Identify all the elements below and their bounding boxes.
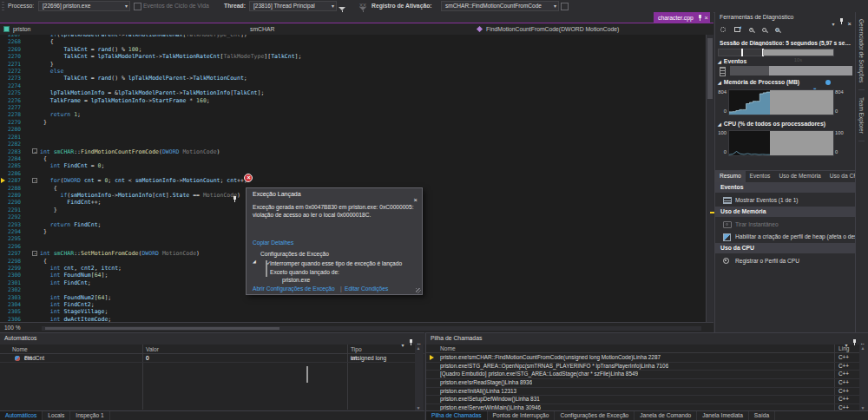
gutter[interactable]: [0, 155, 8, 162]
gutter[interactable]: [0, 104, 8, 111]
gutter[interactable]: [0, 89, 8, 96]
open-exception-settings-link[interactable]: Abrir Configurações de Exceção: [253, 285, 335, 292]
gutter[interactable]: [0, 316, 8, 322]
tab-sa-da[interactable]: Saída: [749, 411, 775, 420]
side-tab-team-explorer[interactable]: Team Explorer: [858, 90, 865, 141]
call-stack-scrollbar[interactable]: ▲ ▼: [859, 345, 868, 411]
gutter[interactable]: [0, 38, 8, 45]
nav-project-dropdown[interactable]: priston: [0, 23, 237, 35]
code-line[interactable]: 2274: [0, 82, 706, 89]
gutter[interactable]: [0, 141, 8, 148]
gutter[interactable]: [0, 119, 8, 126]
code-line[interactable]: 2270 TalkCnt = lpTalkModelParent->TalkMo…: [0, 53, 706, 60]
code-line[interactable]: 2284 {: [0, 155, 706, 162]
reset-view-icon[interactable]: [775, 28, 779, 32]
tab-pontos-de-interrup-o[interactable]: Pontos de Interrupção: [488, 411, 556, 420]
column-header-value[interactable]: Valor: [146, 346, 159, 352]
gutter[interactable]: [0, 162, 8, 169]
memory-section-header[interactable]: Memória de Processo (MB): [718, 79, 799, 85]
diag-tab-resumo[interactable]: Resumo: [715, 171, 746, 182]
edit-conditions-link[interactable]: Editar Condições: [345, 285, 388, 292]
window-menu-icon[interactable]: [402, 335, 404, 351]
gutter[interactable]: [0, 46, 8, 53]
events-track[interactable]: [730, 66, 852, 75]
fold-collapse-icon[interactable]: [32, 251, 37, 256]
tab-locais[interactable]: Locais: [43, 411, 70, 420]
show-events-link[interactable]: Mostrar Eventos (1 de 1): [715, 194, 856, 206]
enable-heap-profiling-link[interactable]: Habilitar a criação de perfil de heap (a…: [715, 231, 856, 242]
exception-icon[interactable]: [244, 174, 253, 182]
gutter[interactable]: [0, 279, 8, 286]
timeline-selection[interactable]: 10s: [763, 49, 833, 56]
diag-tab-eventos[interactable]: Eventos: [746, 171, 775, 182]
gutter[interactable]: [0, 221, 8, 228]
column-header-name[interactable]: Nome: [440, 345, 456, 351]
gutter[interactable]: [0, 75, 8, 82]
column-header-type[interactable]: Tipo: [351, 346, 362, 352]
thread-dropdown[interactable]: [23816] Thread Principal: [249, 1, 337, 11]
resize-grip[interactable]: [416, 288, 421, 293]
gutter[interactable]: [0, 170, 8, 177]
hex-display-button[interactable]: XX: [359, 3, 366, 8]
code-line[interactable]: 2279 }: [0, 119, 706, 126]
gutter[interactable]: [0, 243, 8, 250]
gutter[interactable]: [0, 185, 8, 192]
gutter[interactable]: [0, 126, 8, 133]
toolbar-options-icon[interactable]: [561, 3, 569, 10]
gutter[interactable]: [0, 199, 8, 206]
code-line[interactable]: 2272 else: [0, 68, 706, 75]
code-line[interactable]: 2282: [0, 141, 706, 148]
record-cpu-profile-link[interactable]: Registrar o Perfil da CPU: [715, 255, 856, 266]
zoom-out-icon[interactable]: [762, 28, 766, 32]
editor-vertical-scrollbar[interactable]: [706, 35, 713, 322]
code-line[interactable]: 2276 TalkFrame = lpTalkMotionInfo->Start…: [0, 97, 706, 104]
code-line[interactable]: 2271 }: [0, 61, 706, 68]
toolbar-drag-handle[interactable]: [2, 2, 4, 10]
variable-value[interactable]: 0: [146, 354, 149, 362]
code-line[interactable]: 2278 return 1;: [0, 111, 706, 118]
pin-icon[interactable]: [839, 18, 844, 25]
tab-janela-imediata[interactable]: Janela Imediata: [697, 411, 749, 420]
gutter[interactable]: [0, 97, 8, 104]
code-line[interactable]: 2286: [0, 170, 706, 177]
exception-settings-header[interactable]: Configurações de Exceção: [260, 251, 329, 257]
code-line[interactable]: 2305 int StageVillage;: [0, 308, 706, 315]
code-line[interactable]: 2275 lpTalkMotionInfo = &lpTalkModelPare…: [0, 89, 706, 96]
expander-icon[interactable]: [253, 251, 256, 266]
gutter[interactable]: [0, 258, 8, 265]
events-section-header[interactable]: Eventos: [718, 58, 746, 64]
gutter[interactable]: [0, 228, 8, 235]
column-header-name[interactable]: Nome: [12, 346, 28, 352]
gutter[interactable]: [0, 148, 8, 155]
tab-janela-de-comando[interactable]: Janela de Comando: [635, 411, 697, 420]
code-line[interactable]: 2306 int dwActItemCode;: [0, 316, 706, 322]
code-line[interactable]: 2277: [0, 104, 706, 111]
gutter[interactable]: [0, 134, 8, 141]
gutter[interactable]: [0, 213, 8, 220]
editor-horizontal-scrollbar[interactable]: [42, 326, 701, 331]
gutter[interactable]: [0, 272, 8, 279]
tab-inspe-o-1[interactable]: Inspeção 1: [70, 411, 109, 420]
column-header-language[interactable]: Ling: [838, 345, 849, 351]
gutter[interactable]: [0, 265, 8, 272]
gutter[interactable]: [0, 68, 8, 75]
gutter[interactable]: [0, 53, 8, 60]
pin-icon[interactable]: [698, 15, 702, 22]
autos-scrollbar[interactable]: ▲ ▼: [415, 345, 424, 411]
lifecycle-events-button[interactable]: Eventos de Ciclo de Vida: [143, 3, 209, 9]
scroll-up-icon[interactable]: ▲: [861, 345, 865, 351]
scroll-up-icon[interactable]: ▲: [417, 345, 421, 351]
zoom-in-icon[interactable]: [749, 28, 753, 32]
call-stack-header[interactable]: Pilha de Chamadas: [426, 333, 868, 345]
diag-tab-uso-de-mem-ria[interactable]: Uso de Memória: [774, 171, 825, 182]
tab-pilha-de-chamadas[interactable]: Pilha de Chamadas: [426, 411, 488, 420]
gutter[interactable]: [0, 82, 8, 89]
module-checkbox[interactable]: [306, 366, 308, 383]
gutter[interactable]: [0, 192, 8, 199]
pin-icon[interactable]: [233, 196, 237, 203]
current-statement-gutter[interactable]: [0, 177, 8, 184]
pin-icon[interactable]: [852, 339, 857, 346]
code-line[interactable]: 2268 {: [0, 38, 706, 45]
module-checkbox-label[interactable]: priston.exe: [282, 277, 310, 283]
gutter[interactable]: [0, 250, 8, 257]
